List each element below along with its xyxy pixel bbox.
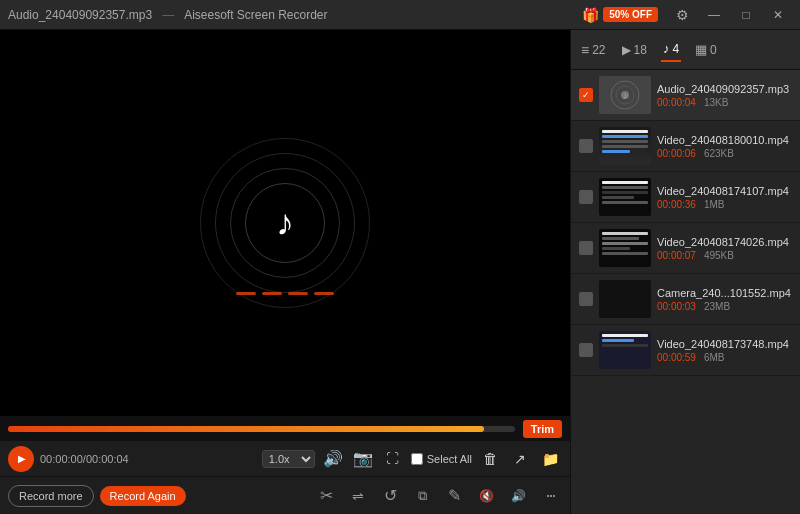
tab-audio[interactable]: ♪ 4	[661, 37, 681, 62]
share-icon[interactable]: ↗	[508, 447, 532, 471]
file-meta-5: 00:00:03 23MB	[657, 301, 792, 312]
video-area: ♪	[0, 30, 570, 416]
tab-bar: ≡ 22 ▶ 18 ♪ 4 ▦ 0	[571, 30, 800, 70]
file-size-4: 495KB	[704, 250, 734, 261]
select-all-container: Select All	[411, 453, 472, 465]
adjust-tool-icon[interactable]: ⇌	[346, 484, 370, 508]
settings-icon[interactable]: ⚙	[668, 6, 696, 24]
play-button[interactable]: ▶	[8, 446, 34, 472]
titlebar-right: 🎁 50% OFF ⚙ — □ ✕	[582, 6, 792, 24]
folder-icon[interactable]: 📁	[538, 447, 562, 471]
maximize-button[interactable]: □	[732, 6, 760, 24]
play-icon: ▶	[622, 43, 631, 57]
file-info-6: Video_240408173748.mp4 00:00:59 6MB	[657, 338, 792, 363]
list-icon: ≡	[581, 42, 589, 58]
close-button[interactable]: ✕	[764, 6, 792, 24]
svg-text:♪: ♪	[623, 90, 628, 101]
file-name-6: Video_240408173748.mp4	[657, 338, 792, 350]
mute-tool-icon[interactable]: 🔇	[474, 484, 498, 508]
tab-image[interactable]: ▦ 0	[693, 38, 719, 61]
bottom-right: ✂ ⇌ ↺ ⧉ ✎ 🔇 🔊 ···	[314, 484, 562, 508]
list-item[interactable]: Video_240408173748.mp4 00:00:59 6MB	[571, 325, 800, 376]
progress-track[interactable]	[8, 426, 515, 432]
list-item[interactable]: Video_240408174026.mp4 00:00:07 495KB	[571, 223, 800, 274]
list-item[interactable]: Video_240408180010.mp4 00:00:06 623KB	[571, 121, 800, 172]
delete-icon[interactable]: 🗑	[478, 447, 502, 471]
file-size-2: 623KB	[704, 148, 734, 159]
file-info-4: Video_240408174026.mp4 00:00:07 495KB	[657, 236, 792, 261]
rotate-tool-icon[interactable]: ↺	[378, 484, 402, 508]
file-checkbox-1[interactable]: ✓	[579, 88, 593, 102]
list-item[interactable]: ✓ ♪ Audio_240409092357.mp3 00:00:04 13KB	[571, 70, 800, 121]
volume-tool-icon[interactable]: 🔊	[506, 484, 530, 508]
right-panel: ≡ 22 ▶ 18 ♪ 4 ▦ 0 ✓	[570, 30, 800, 514]
file-checkbox-3[interactable]	[579, 190, 593, 204]
file-duration-4: 00:00:07	[657, 250, 696, 261]
file-duration-1: 00:00:04	[657, 97, 696, 108]
music-note-container: ♪	[225, 163, 345, 283]
progress-wrapper: Trim	[0, 416, 570, 440]
dash2	[262, 292, 282, 295]
file-thumb-4	[599, 229, 651, 267]
list-item[interactable]: Camera_240...101552.mp4 00:00:03 23MB	[571, 274, 800, 325]
file-name-1: Audio_240409092357.mp3	[657, 83, 792, 95]
list-item[interactable]: Video_240408174107.mp4 00:00:36 1MB	[571, 172, 800, 223]
file-checkbox-4[interactable]	[579, 241, 593, 255]
tab-video[interactable]: ▶ 18	[620, 39, 649, 61]
titlebar-separator: —	[162, 8, 174, 22]
audio-visual: ♪	[225, 163, 345, 283]
file-size-6: 6MB	[704, 352, 725, 363]
music-icon: ♪	[663, 41, 670, 56]
file-info-3: Video_240408174107.mp4 00:00:36 1MB	[657, 185, 792, 210]
trim-button[interactable]: Trim	[523, 420, 562, 438]
record-more-button[interactable]: Record more	[8, 485, 94, 507]
more-tools-icon[interactable]: ···	[538, 484, 562, 508]
select-all-checkbox[interactable]	[411, 453, 423, 465]
select-all-label[interactable]: Select All	[427, 453, 472, 465]
volume-icon[interactable]: 🔊	[321, 447, 345, 471]
file-size-3: 1MB	[704, 199, 725, 210]
minimize-button[interactable]: —	[700, 6, 728, 24]
promo-badge[interactable]: 50% OFF	[603, 7, 658, 22]
camera-icon[interactable]: 📷	[351, 447, 375, 471]
music-note-icon: ♪	[276, 202, 294, 244]
file-info-2: Video_240408180010.mp4 00:00:06 623KB	[657, 134, 792, 159]
file-name-3: Video_240408174107.mp4	[657, 185, 792, 197]
file-thumb-3	[599, 178, 651, 216]
edit-tool-icon[interactable]: ✎	[442, 484, 466, 508]
file-info-1: Audio_240409092357.mp3 00:00:04 13KB	[657, 83, 792, 108]
file-meta-6: 00:00:59 6MB	[657, 352, 792, 363]
file-info-5: Camera_240...101552.mp4 00:00:03 23MB	[657, 287, 792, 312]
file-name-2: Video_240408180010.mp4	[657, 134, 792, 146]
time-display: 00:00:00/00:00:04	[40, 453, 129, 465]
file-meta-2: 00:00:06 623KB	[657, 148, 792, 159]
current-time: 00:00:00	[40, 453, 83, 465]
main: ♪ Trim ▶ 00:00:00/00:00:04	[0, 30, 800, 514]
tab-audio-count: 4	[672, 42, 679, 56]
dash1	[236, 292, 256, 295]
file-checkbox-5[interactable]	[579, 292, 593, 306]
file-checkbox-2[interactable]	[579, 139, 593, 153]
progress-fill	[8, 426, 484, 432]
file-meta-3: 00:00:36 1MB	[657, 199, 792, 210]
file-duration-2: 00:00:06	[657, 148, 696, 159]
file-name-4: Video_240408174026.mp4	[657, 236, 792, 248]
cut-tool-icon[interactable]: ✂	[314, 484, 338, 508]
file-checkbox-6[interactable]	[579, 343, 593, 357]
gift-icon: 🎁	[582, 7, 599, 23]
fullscreen-icon[interactable]: ⛶	[381, 447, 405, 471]
file-thumb-2	[599, 127, 651, 165]
total-time: 00:00:04	[86, 453, 129, 465]
record-again-button[interactable]: Record Again	[100, 486, 186, 506]
bottom-left: Record more Record Again	[8, 485, 186, 507]
controls-bar: ▶ 00:00:00/00:00:04 1.0x 1.25x 1.5x 2.0x…	[0, 440, 570, 476]
titlebar-app: Aiseesoft Screen Recorder	[184, 8, 327, 22]
speed-select[interactable]: 1.0x 1.25x 1.5x 2.0x	[262, 450, 315, 468]
tab-all[interactable]: ≡ 22	[579, 38, 608, 62]
tab-video-count: 18	[634, 43, 647, 57]
merge-tool-icon[interactable]: ⧉	[410, 484, 434, 508]
dash3	[288, 292, 308, 295]
tab-all-count: 22	[592, 43, 605, 57]
dashed-line	[236, 292, 334, 295]
titlebar-left: Audio_240409092357.mp3 — Aiseesoft Scree…	[8, 8, 328, 22]
